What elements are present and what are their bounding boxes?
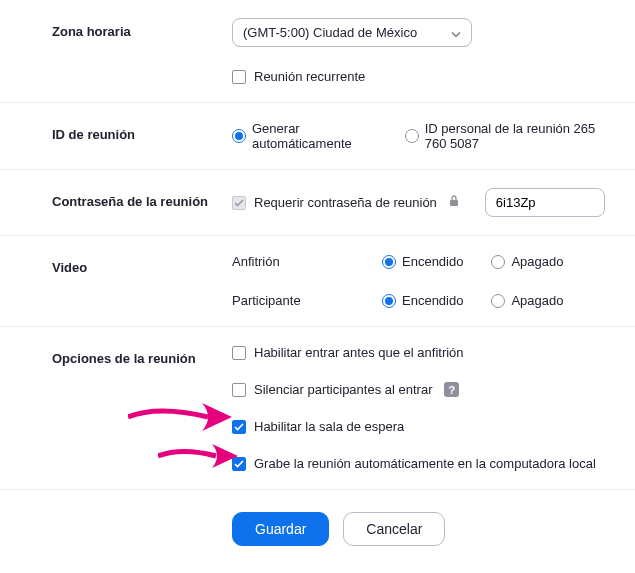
- recurring-label: Reunión recurrente: [254, 69, 365, 84]
- label-video: Video: [52, 254, 232, 275]
- lock-icon: [449, 195, 459, 210]
- require-password-label: Requerir contraseña de reunión: [254, 195, 437, 210]
- radio-personal-label: ID personal de la reunión 265 760 5087: [425, 121, 615, 151]
- require-password-checkbox: [232, 196, 246, 210]
- meeting-id-auto[interactable]: Generar automáticamente: [232, 121, 377, 151]
- video-participant-label: Participante: [232, 293, 382, 308]
- timezone-selected-value: (GMT-5:00) Ciudad de México: [243, 25, 417, 40]
- radio-personal[interactable]: [405, 129, 419, 143]
- video-participant-line: Participante Encendido Apagado: [232, 293, 615, 308]
- meeting-settings-form: Zona horaria (GMT-5:00) Ciudad de México…: [0, 0, 635, 573]
- radio-host-on[interactable]: [382, 255, 396, 269]
- row-timezone: Zona horaria (GMT-5:00) Ciudad de México…: [0, 0, 635, 103]
- option-join-before[interactable]: Habilitar entrar antes que el anfitrión: [232, 345, 615, 360]
- row-password: Contraseña de la reunión Requerir contra…: [0, 170, 635, 236]
- radio-auto-label: Generar automáticamente: [252, 121, 377, 151]
- cancel-button[interactable]: Cancelar: [343, 512, 445, 546]
- video-host-on[interactable]: Encendido: [382, 254, 463, 269]
- chevron-down-icon: [451, 25, 461, 40]
- label-options: Opciones de la reunión: [52, 345, 232, 366]
- radio-participant-off[interactable]: [491, 294, 505, 308]
- recurring-option[interactable]: Reunión recurrente: [232, 69, 615, 84]
- row-meeting-id: ID de reunión Generar automáticamente ID…: [0, 103, 635, 170]
- annotation-arrow-icon: [158, 441, 238, 471]
- checkbox-waiting-room[interactable]: [232, 420, 246, 434]
- option-auto-record[interactable]: Grabe la reunión automáticamente en la c…: [232, 456, 615, 471]
- checkbox-auto-record[interactable]: [232, 457, 246, 471]
- recurring-checkbox[interactable]: [232, 70, 246, 84]
- option-waiting-room[interactable]: Habilitar la sala de espera: [232, 419, 615, 434]
- help-icon[interactable]: ?: [444, 382, 459, 397]
- save-button[interactable]: Guardar: [232, 512, 329, 546]
- checkbox-mute-entry[interactable]: [232, 383, 246, 397]
- video-participant-off[interactable]: Apagado: [491, 293, 563, 308]
- annotation-arrow-icon: [128, 399, 232, 435]
- label-timezone: Zona horaria: [52, 18, 232, 39]
- row-video: Video Anfitrión Encendido Apagado Partic…: [0, 236, 635, 327]
- option-mute-entry[interactable]: Silenciar participantes al entrar ?: [232, 382, 615, 397]
- meeting-id-radio-group: Generar automáticamente ID personal de l…: [232, 121, 615, 151]
- password-input[interactable]: [485, 188, 605, 217]
- row-options: Opciones de la reunión Habilitar entrar …: [0, 327, 635, 490]
- checkbox-join-before[interactable]: [232, 346, 246, 360]
- radio-participant-on[interactable]: [382, 294, 396, 308]
- label-password: Contraseña de la reunión: [52, 188, 232, 209]
- video-host-off[interactable]: Apagado: [491, 254, 563, 269]
- video-host-label: Anfitrión: [232, 254, 382, 269]
- video-participant-on[interactable]: Encendido: [382, 293, 463, 308]
- svg-rect-0: [450, 200, 458, 206]
- radio-auto[interactable]: [232, 129, 246, 143]
- form-actions: Guardar Cancelar: [0, 490, 635, 556]
- meeting-id-personal[interactable]: ID personal de la reunión 265 760 5087: [405, 121, 615, 151]
- radio-host-off[interactable]: [491, 255, 505, 269]
- timezone-select[interactable]: (GMT-5:00) Ciudad de México: [232, 18, 472, 47]
- video-host-line: Anfitrión Encendido Apagado: [232, 254, 615, 269]
- label-meeting-id: ID de reunión: [52, 121, 232, 142]
